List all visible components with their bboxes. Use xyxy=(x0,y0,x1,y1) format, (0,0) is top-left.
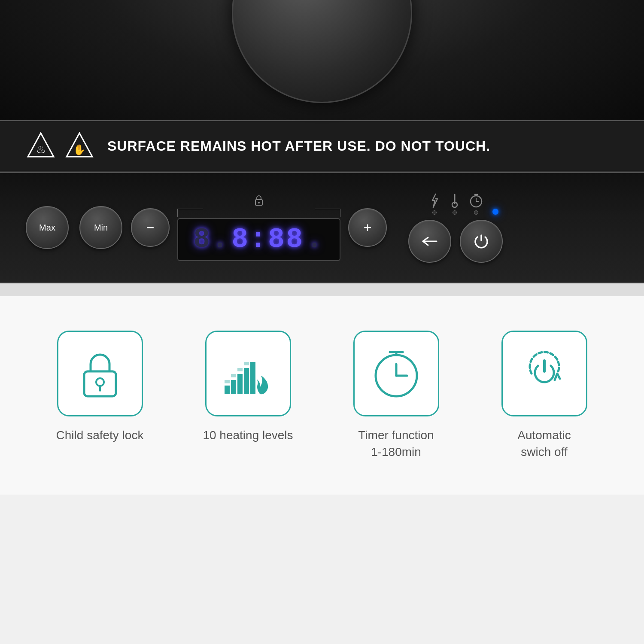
timer-indicator-group xyxy=(468,193,484,215)
control-panel: Max Min − 8. 8:88 xyxy=(0,172,644,283)
svg-rect-15 xyxy=(84,371,116,396)
plus-button[interactable]: + xyxy=(348,208,387,247)
svg-rect-21 xyxy=(244,368,249,394)
svg-rect-18 xyxy=(225,386,230,394)
hot-surface-icon: ♨ xyxy=(26,131,56,161)
back-button[interactable] xyxy=(408,220,451,263)
auto-power-icon xyxy=(519,348,570,399)
svg-rect-22 xyxy=(250,362,255,394)
levels-icon xyxy=(222,349,274,398)
feature-auto-switch-off: Automatic swich off xyxy=(484,331,605,460)
max-button[interactable]: Max xyxy=(26,206,69,249)
warning-icons: ♨ ✋ xyxy=(26,131,94,161)
auto-switch-off-icon-box xyxy=(501,331,587,416)
timer-dot xyxy=(474,210,478,215)
lightning-icon xyxy=(428,193,441,208)
clock-icon xyxy=(468,193,484,208)
feature-timer-function: Timer function 1-180min xyxy=(336,331,456,460)
feature-heating-levels: 10 heating levels xyxy=(188,331,308,444)
panel-spacer xyxy=(0,283,644,296)
svg-point-5 xyxy=(258,202,260,204)
svg-text:♨: ♨ xyxy=(36,143,46,156)
panel-right xyxy=(408,193,503,263)
timer-icon xyxy=(371,348,422,399)
status-icons-row xyxy=(428,193,503,215)
warning-strip: ♨ ✋ SURFACE REMAINS HOT AFTER USE. DO NO… xyxy=(0,120,644,172)
svg-rect-23 xyxy=(225,380,230,383)
power-dot xyxy=(432,210,437,215)
warning-text: SURFACE REMAINS HOT AFTER USE. DO NOT TO… xyxy=(107,138,490,154)
temp-dot xyxy=(453,210,457,215)
panel-center: − 8. 8:88 . xyxy=(131,194,387,261)
back-arrow-icon xyxy=(421,235,438,248)
display-area: 8. 8:88 . xyxy=(177,194,340,261)
svg-text:✋: ✋ xyxy=(73,143,86,156)
lock-icon xyxy=(76,348,124,399)
cooktop-burner xyxy=(232,0,412,103)
cooktop-top xyxy=(0,0,644,120)
power-button[interactable] xyxy=(460,220,503,263)
power-icon xyxy=(472,232,491,251)
display-screen: 8. 8:88 . xyxy=(177,218,340,261)
panel-left: Max Min xyxy=(26,206,122,249)
svg-point-16 xyxy=(96,378,104,386)
heating-levels-label: 10 heating levels xyxy=(203,427,293,444)
svg-rect-26 xyxy=(244,362,249,365)
svg-rect-19 xyxy=(231,380,236,394)
svg-rect-20 xyxy=(237,374,243,394)
min-button[interactable]: Min xyxy=(79,206,122,249)
auto-switch-off-label: Automatic swich off xyxy=(517,427,571,460)
timer-function-icon-box xyxy=(353,331,439,416)
control-buttons-row xyxy=(408,220,503,263)
blue-led-indicator xyxy=(492,209,498,215)
power-indicator-group xyxy=(428,193,441,215)
svg-rect-25 xyxy=(237,368,243,371)
timer-function-label: Timer function 1-180min xyxy=(358,427,434,460)
heating-levels-icon-box xyxy=(205,331,291,416)
display-digits: 8. 8:88 . xyxy=(194,224,325,255)
do-not-touch-icon: ✋ xyxy=(64,131,94,161)
feature-child-safety-lock: Child safety lock xyxy=(40,331,160,444)
svg-rect-24 xyxy=(231,374,236,377)
lock-indicator-icon xyxy=(253,194,265,207)
features-section: Child safety lock 10 heating levels xyxy=(0,296,644,495)
temp-indicator-group xyxy=(450,193,460,215)
minus-button[interactable]: − xyxy=(131,208,170,247)
temperature-icon xyxy=(450,193,460,208)
child-safety-lock-icon-box xyxy=(57,331,143,416)
child-safety-lock-label: Child safety lock xyxy=(56,427,144,444)
